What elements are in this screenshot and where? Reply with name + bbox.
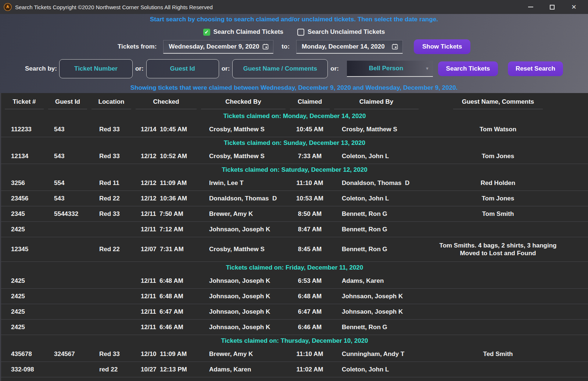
bell-person-selected-value: Bell Person	[347, 65, 425, 72]
column-header-claimed-by[interactable]: Claimed By	[333, 93, 419, 110]
guest-id-input[interactable]	[146, 59, 219, 78]
unclaimed-checkbox[interactable]	[297, 29, 304, 36]
cell-ticket: 112233	[4, 125, 44, 133]
minimize-icon	[528, 7, 533, 7]
table-header-row: Ticket # Guest Id Location Checked Check…	[1, 93, 588, 110]
or-label: or:	[135, 65, 144, 72]
search-claimed-checkbox-group[interactable]: Search Claimed Tickets	[203, 28, 284, 36]
show-tickets-button[interactable]: Show Tickets	[414, 39, 470, 54]
cell-checked_by: Johnsaon, Joseph K	[200, 292, 286, 300]
table-row[interactable]: 242512/11 7:12 AMJohnsaon, Joseph K8:47 …	[1, 222, 588, 237]
claimed-checkbox-label: Search Claimed Tickets	[214, 28, 284, 36]
cell-guest_id: 324567	[47, 350, 88, 358]
cell-comments: Tom Jones	[422, 195, 574, 202]
group-date-header: Tickets claimed on: Friday, December 11,…	[1, 262, 588, 273]
cell-ticket: 2425	[4, 323, 44, 331]
cell-claimed: 8:50 AM	[289, 210, 330, 218]
table-row[interactable]: 242512/11 6:46 AMJohnsaon, Joseph K6:46 …	[1, 320, 588, 335]
column-header-location[interactable]: Location	[91, 93, 132, 110]
cell-claimed: 10:45 AM	[289, 125, 330, 133]
date-from-picker[interactable]: Wednesday, December 9, 2020	[163, 40, 273, 54]
cell-claimed: 11:02 AM	[289, 366, 330, 373]
cell-comments: Tom Smith	[422, 210, 574, 218]
table-row[interactable]: 12134543Red 3312/12 10:52 AMCrosby, Matt…	[1, 149, 588, 164]
cell-checked: 12/07 7:31 AM	[135, 245, 197, 253]
tickets-table: Ticket # Guest Id Location Checked Check…	[0, 93, 588, 381]
guest-name-comments-input[interactable]	[232, 59, 328, 78]
or-label: or:	[222, 65, 230, 72]
cell-ticket: 2425	[4, 225, 44, 233]
cell-comments: Tom Smiths. 4 bags, 2 shirts, 3 hanging …	[422, 242, 574, 257]
table-row[interactable]: 12345Red 2212/07 7:31 AMCrosby, Matthew …	[1, 237, 588, 262]
cell-claimed_by: Johnsaon, Joseph K	[333, 308, 419, 316]
cell-claimed: 8:47 AM	[289, 225, 330, 233]
column-header-checked[interactable]: Checked	[135, 93, 197, 110]
cell-comments: Tom Jones	[422, 152, 574, 160]
checkbox-row: Search Claimed Tickets Search Unclaimed …	[0, 28, 588, 36]
cell-checked_by: Johnsaon, Joseph K	[200, 323, 286, 331]
cell-guest_id: 543	[47, 125, 88, 133]
table-row[interactable]: 332-098red 2210/27 12:13 PMAdams, Karen1…	[1, 362, 588, 377]
cell-checked_by: Irwin, Lee T	[200, 179, 286, 187]
cell-ticket: 435678	[4, 350, 44, 358]
cell-claimed: 11:10 AM	[289, 179, 330, 187]
cell-guest_id: 5544332	[47, 210, 88, 218]
reset-search-button[interactable]: Reset Search	[508, 61, 563, 76]
group-date-header: Tickets claimed on: Thursday, December 1…	[1, 335, 588, 346]
date-to-picker[interactable]: Monday, December 14, 2020	[296, 40, 403, 54]
search-panel: Start search by choosing to search claim…	[0, 14, 588, 93]
claimed-checkbox[interactable]	[203, 29, 210, 36]
cell-ticket: 2345	[4, 210, 44, 218]
maximize-icon	[550, 5, 555, 10]
cell-checked_by: Crosby, Matthew S	[200, 152, 286, 160]
group-date-header: Tickets claimed on: Monday, December 14,…	[1, 110, 588, 122]
table-row[interactable]: 242512/11 6:47 AMJohnsaon, Joseph K6:47 …	[1, 304, 588, 320]
table-row[interactable]: 112233543Red 3312/14 10:45 AMCrosby, Mat…	[1, 122, 588, 137]
to-label: to:	[282, 43, 290, 50]
cell-location: Red 11	[91, 179, 132, 187]
cell-claimed_by: Coleton, John L	[333, 152, 419, 160]
cell-checked: 12/10 11:09 AM	[135, 350, 197, 358]
column-header-guest-id[interactable]: Guest Id	[47, 93, 88, 110]
minimize-button[interactable]	[522, 0, 539, 14]
table-row[interactable]: 435678324567Red 3312/10 11:09 AMBrewer, …	[1, 346, 588, 362]
cell-checked: 12/12 10:52 AM	[135, 152, 197, 160]
column-header-comments[interactable]: Guest Name, Comments	[422, 93, 574, 110]
cell-guest_id: 543	[47, 152, 88, 160]
cell-claimed_by: Coleton, John L	[333, 195, 419, 202]
cell-location: Red 22	[91, 245, 132, 253]
column-header-checked-by[interactable]: Checked By	[200, 93, 286, 110]
column-header-claimed[interactable]: Claimed	[289, 93, 330, 110]
search-unclaimed-checkbox-group[interactable]: Search Unclaimed Tickets	[297, 28, 385, 36]
bell-person-dropdown[interactable]: Bell Person ▼	[347, 61, 433, 77]
calendar-icon[interactable]	[392, 43, 398, 50]
chevron-down-icon: ▼	[425, 66, 429, 71]
cell-checked: 12/11 6:47 AM	[135, 308, 197, 316]
instruction-text: Start search by choosing to search claim…	[0, 16, 588, 23]
maximize-button[interactable]	[544, 0, 560, 14]
table-row[interactable]: 3256554Red 1112/12 11:09 AMIrwin, Lee T1…	[1, 175, 588, 191]
cell-ticket: 12134	[4, 152, 44, 160]
cell-checked_by: Donaldson, Thomas D	[200, 195, 286, 202]
close-button[interactable]: ✕	[566, 0, 582, 14]
cell-claimed: 6:46 AM	[289, 323, 330, 331]
ticket-number-input[interactable]	[59, 59, 133, 78]
table-row[interactable]: 23455544332Red 3312/11 7:50 AMBrewer, Am…	[1, 206, 588, 222]
cell-claimed: 6:53 AM	[289, 277, 330, 285]
table-row[interactable]: 242512/11 6:48 AMJohnsaon, Joseph K6:53 …	[1, 273, 588, 289]
column-header-ticket[interactable]: Ticket #	[4, 93, 44, 110]
cell-ticket: 3256	[4, 179, 44, 187]
table-row[interactable]: 23456543Red 2212/12 10:36 AMDonaldson, T…	[1, 191, 588, 206]
cell-claimed_by: Adams, Karen	[333, 277, 419, 285]
calendar-icon[interactable]	[262, 43, 269, 50]
cell-checked: 12/12 10:36 AM	[135, 195, 197, 202]
title-bar: Search Tickets Copyright ©2020 Northwest…	[0, 0, 588, 14]
cell-checked: 12/12 11:09 AM	[135, 179, 197, 187]
cell-checked_by: Brewer, Amy K	[200, 210, 286, 218]
cell-ticket: 2425	[4, 308, 44, 316]
cell-checked: 10/27 12:13 PM	[135, 366, 197, 373]
cell-claimed_by: Bennett, Ron G	[333, 323, 419, 331]
search-tickets-button[interactable]: Search Tickets	[438, 61, 498, 76]
table-row[interactable]: 242512/11 6:48 AMJohnsaon, Joseph K6:48 …	[1, 289, 588, 304]
cell-claimed_by: Bennett, Ron G	[333, 210, 419, 218]
